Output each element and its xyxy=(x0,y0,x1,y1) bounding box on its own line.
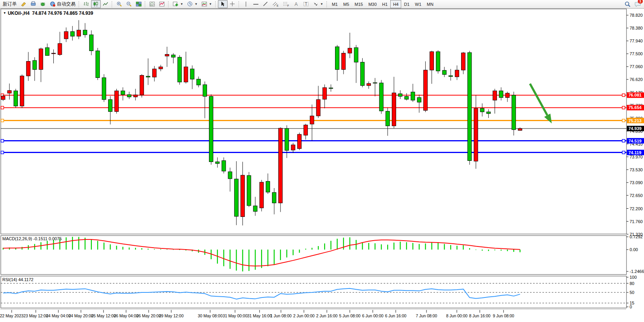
chevron-down-icon: ▼ xyxy=(209,2,212,6)
svg-text:1 Jun 08:00: 1 Jun 08:00 xyxy=(270,313,292,318)
text-icon: A xyxy=(293,1,299,7)
candlestick-chart-type-button[interactable] xyxy=(91,0,101,8)
notifications-button[interactable]: 1 xyxy=(633,0,643,8)
brush-icon xyxy=(21,1,26,7)
vertical-line-tool-button[interactable] xyxy=(241,0,251,8)
svg-text:31 May 16:00: 31 May 16:00 xyxy=(247,313,272,318)
toolbar-separator xyxy=(112,1,113,7)
print-preview-button[interactable] xyxy=(28,0,38,8)
text-tool-button[interactable]: A xyxy=(291,0,301,8)
price-axis[interactable]: 78.82078.38077.94077.50077.06076.62076.1… xyxy=(626,13,644,309)
notification-badge: 1 xyxy=(638,0,643,4)
add-chart-button[interactable]: ▼ xyxy=(171,0,185,8)
toolbar-separator xyxy=(326,1,328,7)
timeframe-mn-button[interactable]: MN xyxy=(424,0,436,8)
chevron-down-icon: ▼ xyxy=(195,2,198,6)
timeframe-m1-button[interactable]: M1 xyxy=(329,0,340,8)
cursor-icon xyxy=(220,1,226,7)
timeframe-h1-button[interactable]: H1 xyxy=(379,0,390,8)
svg-text:24 May 04:00: 24 May 04:00 xyxy=(46,313,71,318)
fibonacci-tool-button[interactable]: F xyxy=(281,0,291,8)
chevron-down-icon: ▼ xyxy=(180,2,183,6)
add-chart-icon xyxy=(173,1,179,7)
brush-button[interactable] xyxy=(19,0,28,8)
vertical-line-icon xyxy=(243,1,249,7)
indicator-list-button[interactable] xyxy=(157,0,167,8)
text-label-tool-button[interactable]: T xyxy=(301,0,311,8)
svg-text:9 Jun 08:00: 9 Jun 08:00 xyxy=(493,313,514,318)
svg-text:50: 50 xyxy=(630,290,634,295)
text-label-icon: T xyxy=(303,1,309,7)
new-order-button[interactable]: 新订单 xyxy=(1,0,19,8)
svg-text:-1.2466: -1.2466 xyxy=(630,269,644,274)
zoom-in-button[interactable] xyxy=(114,0,124,8)
horizontal-line-tool-button[interactable] xyxy=(251,0,261,8)
level-handle xyxy=(622,151,625,154)
indicator-window-button[interactable] xyxy=(147,0,157,8)
data-window-button[interactable] xyxy=(38,0,48,8)
timeframe-m5-button[interactable]: M5 xyxy=(340,0,352,8)
svg-text:0.00: 0.00 xyxy=(630,247,638,252)
svg-text:74.519: 74.519 xyxy=(628,139,642,143)
bar-chart-type-button[interactable] xyxy=(81,0,91,8)
level-handle xyxy=(1,151,4,154)
clock-icon xyxy=(187,1,193,7)
templates-button[interactable]: ▼ xyxy=(200,0,214,8)
toolbar-separator xyxy=(79,1,80,7)
svg-text:E: E xyxy=(277,4,279,7)
svg-text:F: F xyxy=(287,4,289,7)
arrows-tool-button[interactable]: ▼ xyxy=(311,0,325,8)
timeframe-m15-button[interactable]: M15 xyxy=(352,0,365,8)
price-chart-canvas[interactable]: 78.82078.38077.94077.50077.06076.62076.1… xyxy=(0,9,644,322)
svg-text:100: 100 xyxy=(630,275,637,280)
time-axis[interactable]: 22 May 202323 May 12:0024 May 04:0024 Ma… xyxy=(0,309,626,318)
svg-text:8 Jun 00:00: 8 Jun 00:00 xyxy=(446,313,468,318)
line-chart-type-button[interactable] xyxy=(101,0,111,8)
svg-text:77.940: 77.940 xyxy=(630,39,643,43)
timeframe-w1-button[interactable]: W1 xyxy=(412,0,424,8)
crosshair-tool-button[interactable] xyxy=(228,0,237,8)
svg-text:T: T xyxy=(305,2,307,6)
horizontal-line-icon xyxy=(253,1,259,7)
svg-text:77.500: 77.500 xyxy=(630,51,643,56)
svg-text:76.081: 76.081 xyxy=(628,93,642,97)
svg-text:23 May 12:00: 23 May 12:00 xyxy=(23,313,48,318)
new-order-label: 新订单 xyxy=(3,1,17,7)
zoom-out-button[interactable] xyxy=(124,0,134,8)
svg-text:0.7292: 0.7292 xyxy=(630,234,643,239)
svg-text:5 Jun 08:00: 5 Jun 08:00 xyxy=(339,313,361,318)
zoom-out-icon xyxy=(126,1,132,7)
periods-button[interactable]: ▼ xyxy=(185,0,200,8)
svg-text:25 May 12:00: 25 May 12:00 xyxy=(91,313,116,318)
timeframe-m30-button[interactable]: M30 xyxy=(366,0,379,8)
svg-text:75.654: 75.654 xyxy=(628,105,642,110)
svg-text:30 May 08:00: 30 May 08:00 xyxy=(198,313,223,318)
level-handle xyxy=(622,119,625,122)
template-icon xyxy=(202,1,207,7)
search-button[interactable] xyxy=(623,0,633,8)
timeframe-h4-button[interactable]: H4 xyxy=(390,0,401,8)
svg-text:29 May 12:00: 29 May 12:00 xyxy=(159,313,184,318)
cursor-tool-button[interactable] xyxy=(218,0,228,8)
svg-text:75.213: 75.213 xyxy=(628,118,642,123)
print-preview-icon xyxy=(30,1,36,7)
svg-text:73.090: 73.090 xyxy=(630,180,643,185)
level-handle xyxy=(1,139,4,142)
chart-window: 78.82078.38077.94077.50077.06076.62076.1… xyxy=(0,9,644,322)
svg-text:2 Jun 16:00: 2 Jun 16:00 xyxy=(316,313,338,318)
trendline-tool-button[interactable] xyxy=(261,0,270,8)
arrows-icon xyxy=(313,1,319,7)
indicator-window-icon xyxy=(149,1,155,7)
crosshair-icon xyxy=(230,1,235,7)
main-toolbar: 新订单 自动交易 xyxy=(0,0,644,9)
auto-trading-button[interactable]: 自动交易 xyxy=(48,0,77,8)
timeframe-d1-button[interactable]: D1 xyxy=(401,0,412,8)
tile-windows-button[interactable] xyxy=(134,0,144,8)
search-icon xyxy=(625,1,631,7)
svg-text:2 Jun 00:00: 2 Jun 00:00 xyxy=(293,313,315,318)
svg-text:78.380: 78.380 xyxy=(630,26,643,30)
trendline-icon xyxy=(263,1,268,7)
equidistant-channel-tool-button[interactable]: E xyxy=(270,0,281,8)
candlestick-chart-icon xyxy=(93,1,99,7)
svg-text:22 May 2023: 22 May 2023 xyxy=(0,313,24,318)
